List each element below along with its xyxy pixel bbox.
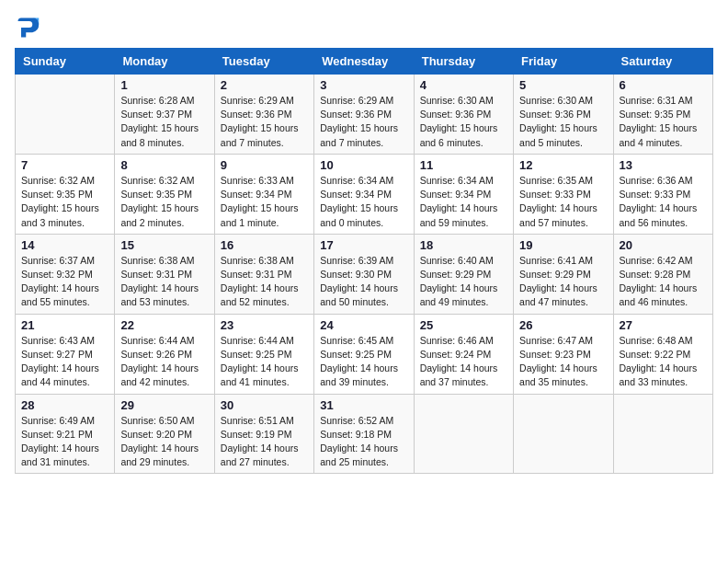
day-detail: Sunrise: 6:38 AM Sunset: 9:31 PM Dayligh… xyxy=(120,254,208,310)
day-number: 27 xyxy=(620,318,707,332)
calendar-cell: 1Sunrise: 6:28 AM Sunset: 9:37 PM Daylig… xyxy=(115,75,214,155)
day-number: 26 xyxy=(519,318,607,332)
col-header-sunday: Sunday xyxy=(16,49,115,75)
day-number: 1 xyxy=(120,78,208,92)
calendar-cell: 8Sunrise: 6:32 AM Sunset: 9:35 PM Daylig… xyxy=(115,154,214,234)
day-detail: Sunrise: 6:39 AM Sunset: 9:30 PM Dayligh… xyxy=(320,254,407,310)
day-number: 13 xyxy=(620,158,707,172)
day-number: 18 xyxy=(420,238,507,252)
col-header-monday: Monday xyxy=(115,49,214,75)
day-number: 2 xyxy=(221,78,308,92)
day-detail: Sunrise: 6:40 AM Sunset: 9:29 PM Dayligh… xyxy=(420,254,507,310)
day-number: 17 xyxy=(320,238,407,252)
day-detail: Sunrise: 6:32 AM Sunset: 9:35 PM Dayligh… xyxy=(120,174,208,230)
day-number: 29 xyxy=(120,398,208,412)
day-detail: Sunrise: 6:43 AM Sunset: 9:27 PM Dayligh… xyxy=(21,334,108,390)
calendar-cell: 24Sunrise: 6:45 AM Sunset: 9:25 PM Dayli… xyxy=(314,314,414,394)
day-detail: Sunrise: 6:34 AM Sunset: 9:34 PM Dayligh… xyxy=(420,174,507,230)
calendar-cell: 3Sunrise: 6:29 AM Sunset: 9:36 PM Daylig… xyxy=(314,75,414,155)
day-detail: Sunrise: 6:28 AM Sunset: 9:37 PM Dayligh… xyxy=(120,94,208,150)
day-number: 10 xyxy=(320,158,407,172)
day-detail: Sunrise: 6:30 AM Sunset: 9:36 PM Dayligh… xyxy=(420,94,507,150)
calendar-week-3: 14Sunrise: 6:37 AM Sunset: 9:32 PM Dayli… xyxy=(16,234,713,314)
day-detail: Sunrise: 6:32 AM Sunset: 9:35 PM Dayligh… xyxy=(21,174,108,230)
calendar-cell: 21Sunrise: 6:43 AM Sunset: 9:27 PM Dayli… xyxy=(16,314,115,394)
calendar-cell xyxy=(16,75,115,155)
calendar-cell: 11Sunrise: 6:34 AM Sunset: 9:34 PM Dayli… xyxy=(414,154,513,234)
calendar-table: SundayMondayTuesdayWednesdayThursdayFrid… xyxy=(15,48,713,474)
calendar-week-5: 28Sunrise: 6:49 AM Sunset: 9:21 PM Dayli… xyxy=(16,394,713,474)
day-number: 31 xyxy=(320,398,407,412)
calendar-week-4: 21Sunrise: 6:43 AM Sunset: 9:27 PM Dayli… xyxy=(16,314,713,394)
day-detail: Sunrise: 6:50 AM Sunset: 9:20 PM Dayligh… xyxy=(120,414,208,470)
day-detail: Sunrise: 6:48 AM Sunset: 9:22 PM Dayligh… xyxy=(620,334,707,390)
calendar-cell: 19Sunrise: 6:41 AM Sunset: 9:29 PM Dayli… xyxy=(514,234,613,314)
calendar-cell: 29Sunrise: 6:50 AM Sunset: 9:20 PM Dayli… xyxy=(115,394,214,474)
day-detail: Sunrise: 6:49 AM Sunset: 9:21 PM Dayligh… xyxy=(21,414,108,470)
day-detail: Sunrise: 6:44 AM Sunset: 9:26 PM Dayligh… xyxy=(120,334,208,390)
calendar-cell: 23Sunrise: 6:44 AM Sunset: 9:25 PM Dayli… xyxy=(214,314,313,394)
day-number: 3 xyxy=(320,78,407,92)
calendar-cell: 25Sunrise: 6:46 AM Sunset: 9:24 PM Dayli… xyxy=(414,314,513,394)
calendar-cell: 6Sunrise: 6:31 AM Sunset: 9:35 PM Daylig… xyxy=(613,75,712,155)
calendar-cell: 20Sunrise: 6:42 AM Sunset: 9:28 PM Dayli… xyxy=(613,234,712,314)
day-detail: Sunrise: 6:30 AM Sunset: 9:36 PM Dayligh… xyxy=(519,94,607,150)
calendar-cell xyxy=(414,394,513,474)
day-detail: Sunrise: 6:47 AM Sunset: 9:23 PM Dayligh… xyxy=(519,334,607,390)
day-number: 23 xyxy=(221,318,308,332)
day-detail: Sunrise: 6:52 AM Sunset: 9:18 PM Dayligh… xyxy=(320,414,407,470)
calendar-cell: 13Sunrise: 6:36 AM Sunset: 9:33 PM Dayli… xyxy=(613,154,712,234)
day-detail: Sunrise: 6:34 AM Sunset: 9:34 PM Dayligh… xyxy=(320,174,407,230)
day-number: 19 xyxy=(519,238,607,252)
calendar-cell: 14Sunrise: 6:37 AM Sunset: 9:32 PM Dayli… xyxy=(16,234,115,314)
col-header-wednesday: Wednesday xyxy=(314,49,414,75)
calendar-header-row: SundayMondayTuesdayWednesdayThursdayFrid… xyxy=(16,49,713,75)
day-number: 15 xyxy=(120,238,208,252)
calendar-cell: 18Sunrise: 6:40 AM Sunset: 9:29 PM Dayli… xyxy=(414,234,513,314)
calendar-cell: 7Sunrise: 6:32 AM Sunset: 9:35 PM Daylig… xyxy=(16,154,115,234)
calendar-cell: 27Sunrise: 6:48 AM Sunset: 9:22 PM Dayli… xyxy=(613,314,712,394)
calendar-cell: 17Sunrise: 6:39 AM Sunset: 9:30 PM Dayli… xyxy=(314,234,414,314)
day-number: 11 xyxy=(420,158,507,172)
day-detail: Sunrise: 6:29 AM Sunset: 9:36 PM Dayligh… xyxy=(221,94,308,150)
page-header xyxy=(15,15,713,40)
day-number: 24 xyxy=(320,318,407,332)
day-number: 14 xyxy=(21,238,108,252)
day-detail: Sunrise: 6:33 AM Sunset: 9:34 PM Dayligh… xyxy=(221,174,308,230)
calendar-cell xyxy=(514,394,613,474)
calendar-week-1: 1Sunrise: 6:28 AM Sunset: 9:37 PM Daylig… xyxy=(16,75,713,155)
day-number: 12 xyxy=(519,158,607,172)
day-detail: Sunrise: 6:38 AM Sunset: 9:31 PM Dayligh… xyxy=(221,254,308,310)
day-number: 8 xyxy=(120,158,208,172)
calendar-cell: 22Sunrise: 6:44 AM Sunset: 9:26 PM Dayli… xyxy=(115,314,214,394)
day-detail: Sunrise: 6:37 AM Sunset: 9:32 PM Dayligh… xyxy=(21,254,108,310)
calendar-cell: 10Sunrise: 6:34 AM Sunset: 9:34 PM Dayli… xyxy=(314,154,414,234)
day-detail: Sunrise: 6:29 AM Sunset: 9:36 PM Dayligh… xyxy=(320,94,407,150)
calendar-cell: 4Sunrise: 6:30 AM Sunset: 9:36 PM Daylig… xyxy=(414,75,513,155)
col-header-friday: Friday xyxy=(514,49,613,75)
day-number: 25 xyxy=(420,318,507,332)
day-number: 21 xyxy=(21,318,108,332)
day-number: 22 xyxy=(120,318,208,332)
calendar-cell: 5Sunrise: 6:30 AM Sunset: 9:36 PM Daylig… xyxy=(514,75,613,155)
day-number: 6 xyxy=(620,78,707,92)
calendar-cell: 2Sunrise: 6:29 AM Sunset: 9:36 PM Daylig… xyxy=(214,75,313,155)
col-header-saturday: Saturday xyxy=(613,49,712,75)
day-detail: Sunrise: 6:41 AM Sunset: 9:29 PM Dayligh… xyxy=(519,254,607,310)
col-header-thursday: Thursday xyxy=(414,49,513,75)
day-number: 7 xyxy=(21,158,108,172)
calendar-cell xyxy=(613,394,712,474)
calendar-cell: 12Sunrise: 6:35 AM Sunset: 9:33 PM Dayli… xyxy=(514,154,613,234)
day-number: 9 xyxy=(221,158,308,172)
day-detail: Sunrise: 6:45 AM Sunset: 9:25 PM Dayligh… xyxy=(320,334,407,390)
calendar-cell: 16Sunrise: 6:38 AM Sunset: 9:31 PM Dayli… xyxy=(214,234,313,314)
day-detail: Sunrise: 6:42 AM Sunset: 9:28 PM Dayligh… xyxy=(620,254,707,310)
logo-icon xyxy=(15,15,40,40)
calendar-cell: 9Sunrise: 6:33 AM Sunset: 9:34 PM Daylig… xyxy=(214,154,313,234)
day-number: 28 xyxy=(21,398,108,412)
day-detail: Sunrise: 6:36 AM Sunset: 9:33 PM Dayligh… xyxy=(620,174,707,230)
day-number: 20 xyxy=(620,238,707,252)
calendar-cell: 26Sunrise: 6:47 AM Sunset: 9:23 PM Dayli… xyxy=(514,314,613,394)
calendar-cell: 15Sunrise: 6:38 AM Sunset: 9:31 PM Dayli… xyxy=(115,234,214,314)
calendar-cell: 31Sunrise: 6:52 AM Sunset: 9:18 PM Dayli… xyxy=(314,394,414,474)
